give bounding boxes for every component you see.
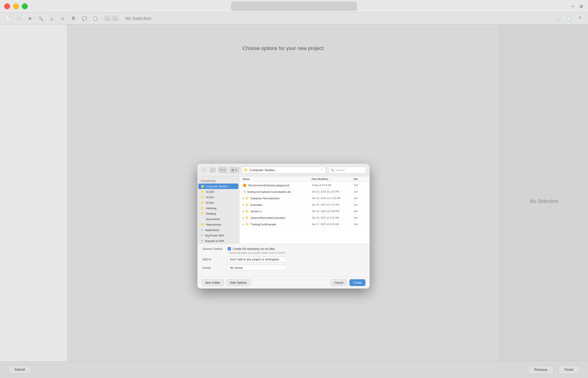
sidebar-item-repositories[interactable]: 📁 Repositories: [198, 222, 238, 227]
sidebar-item-ics4u[interactable]: 📁 ICS4U: [198, 200, 238, 205]
col-date-header: Date Modified ↓: [312, 178, 354, 181]
location-stepper: ⌃: [321, 168, 324, 172]
file-row-trading-card[interactable]: ▶ 📁 TradingCardExample Jan 17, 2023 at 9…: [240, 221, 370, 228]
warning-icon[interactable]: △: [48, 15, 55, 22]
grid-view-btn[interactable]: ⊞ ▼: [230, 167, 239, 173]
sc-checkbox[interactable]: ✓: [228, 247, 231, 251]
file-name-examples: Examples: [251, 203, 312, 206]
bubble-icon[interactable]: 💬: [81, 15, 88, 22]
list-icon: ≡: [220, 168, 222, 172]
history-icon[interactable]: 🕐: [565, 15, 573, 22]
file-date2-db: Jan: [354, 190, 366, 193]
sidebar-label-ics4u: ICS4U: [206, 201, 214, 204]
dialog-search[interactable]: 🔍 Search: [328, 166, 366, 173]
file-name-db-norm: Database Normalization: [251, 197, 312, 200]
main-content: Choose options for your new project: ‹ ›…: [0, 24, 588, 378]
file-date2-playground: Tod: [354, 184, 366, 187]
sidebar-label-documents: Documents: [206, 217, 220, 220]
titlebar: ＋ ⊞: [0, 0, 588, 13]
col-name-header: Name: [243, 178, 312, 181]
expand-arrow-db-norm: ▶: [243, 197, 244, 199]
add-icon[interactable]: ＋: [570, 4, 575, 9]
sidebar-label-advising: Advising: [206, 206, 216, 210]
close-button[interactable]: [4, 3, 10, 9]
sidebar-item-desktop[interactable]: 📁 Desktop: [198, 211, 238, 216]
add-to-dropdown[interactable]: Don't add to any project or workspace ⌃⌄: [228, 256, 286, 262]
file-row-playground[interactable]: 🟠 StructuresAndClasses.playground Today …: [240, 182, 370, 189]
file-icon[interactable]: 📄: [4, 15, 12, 22]
dialog-forward-btn[interactable]: ›: [210, 167, 216, 172]
file-row-section2[interactable]: ▶ 📁 Section 2 Jan 20, 2023 at 2:08 PM Ja…: [240, 208, 370, 215]
doc-icon[interactable]: 📋: [92, 15, 99, 22]
list-arrow: ▼: [223, 169, 225, 171]
folder-icon-ics2o: 📁: [201, 190, 204, 193]
file-row-area-calc[interactable]: ▶ 📁 AreaAndPerimeterCalculator Jan 19, 2…: [240, 215, 370, 221]
finish-button[interactable]: Finish: [558, 366, 580, 374]
folder-icon-computer-studies: 📁: [201, 185, 204, 188]
right-no-selection: No Selection: [530, 198, 558, 204]
sidebar-item-keynote-pdf[interactable]: ✦ Keynote to PDF: [198, 238, 238, 243]
link-icon[interactable]: ⛓: [70, 15, 77, 22]
sidebar-item-computer-studies[interactable]: 📁 Computer Studies: [198, 184, 238, 189]
nav-back-btn[interactable]: ‹: [104, 16, 110, 21]
sidebar-item-gig-poster[interactable]: ✦ Gig Poster 50%: [198, 233, 238, 238]
sc-checkbox-container: ✓ Create Git repository on my Mac: [228, 247, 275, 251]
sidebar-label-ics2o: ICS2O: [206, 190, 214, 193]
expand-arrow-examples: ▶: [243, 203, 244, 206]
sidebar-label-gig-poster: Gig Poster 50%: [205, 234, 224, 237]
folder-icon-advising: 📁: [201, 206, 204, 210]
sidebar-item-documents[interactable]: 📄 Documents: [198, 216, 238, 222]
titlebar-right-controls: ＋ ⊞: [570, 4, 584, 9]
file-row-db-norm[interactable]: ▶ 📁 Database Normalization Jan 23, 2023 …: [240, 195, 370, 202]
cancel-button[interactable]: Cancel: [331, 279, 347, 286]
crop-icon[interactable]: ⊕: [26, 15, 34, 22]
location-picker[interactable]: 📁 Computer Studies ⌃: [241, 166, 326, 173]
dialog-back-btn[interactable]: ‹: [201, 167, 207, 172]
group-dropdown-arrow: ⌃⌄: [282, 265, 284, 270]
bottom-cancel-button[interactable]: Cancel: [8, 365, 31, 374]
main-search-bar[interactable]: [231, 2, 357, 11]
file-name-section2: Section 2: [251, 210, 312, 213]
file-row-examples[interactable]: ▶ 📁 Examples Jan 22, 2023 at 1:07 PM Jan: [240, 202, 370, 208]
fullscreen-button[interactable]: [22, 3, 28, 9]
file-date2-examples: Jan: [354, 203, 366, 206]
previous-button[interactable]: Previous: [528, 366, 553, 374]
toolbar: 📄 ⬚ ⊕ 🔍 △ ◇ ⛓ 💬 📋 ‹ › No Selection ⬜ 🕐 ?: [0, 13, 588, 24]
file-row-db[interactable]: 🗃 testing-normalized-musicalsatlcs.db Ja…: [240, 189, 370, 195]
sidebar-item-ics2o[interactable]: 📁 ICS2O: [198, 189, 238, 194]
sc-label: Source Control:: [202, 247, 228, 251]
sidebar-item-advising[interactable]: 📁 Advising: [198, 205, 238, 211]
db-icon: 🗃: [243, 190, 246, 193]
file-name-trading-card: TradingCardExample: [251, 223, 312, 226]
group-label: Group:: [202, 266, 228, 270]
create-button[interactable]: Create: [349, 279, 365, 286]
sc-checkbox-row: Source Control: ✓ Create Git repository …: [202, 247, 365, 251]
bottom-bar: Cancel Previous Finish: [0, 361, 588, 378]
file-date-section2: Jan 20, 2023 at 2:08 PM: [312, 210, 354, 213]
folder-icon-ics4u: 📁: [201, 201, 204, 204]
help-icon[interactable]: ?: [576, 15, 584, 22]
file-date-examples: Jan 22, 2023 at 1:07 PM: [312, 203, 354, 206]
col-date2-header: Dat: [354, 178, 366, 181]
sidebar-toggle-icon[interactable]: ⬜: [554, 15, 562, 22]
diamond-icon[interactable]: ◇: [59, 15, 66, 22]
grid-icon[interactable]: ⊞: [579, 4, 584, 9]
layers-icon[interactable]: ⬚: [15, 15, 23, 22]
minimize-button[interactable]: [13, 3, 19, 9]
nav-forward-btn[interactable]: ›: [112, 16, 119, 21]
file-date2-trading-card: Jan: [354, 223, 366, 226]
sidebar-item-ics3u[interactable]: 📁 ICS3U: [198, 194, 238, 200]
group-dropdown[interactable]: No Group ⌃⌄: [228, 265, 286, 271]
left-sidebar: [0, 24, 67, 378]
sidebar-item-applications[interactable]: ✦ Applications: [198, 227, 238, 233]
file-date-trading-card: Jan 17, 2023 at 9:43 AM: [312, 223, 354, 226]
app-icon-gig-poster: ✦: [201, 234, 203, 237]
grid-view-icon: ⊞: [232, 168, 234, 172]
sc-sublabel: Xcode will place your project under sour…: [229, 251, 365, 254]
folder-icon-area-calc: 📁: [245, 216, 249, 219]
list-view-btn[interactable]: ≡ ▼: [218, 167, 227, 173]
doc-icon-documents: 📄: [201, 217, 204, 221]
search-icon[interactable]: 🔍: [37, 15, 44, 22]
hide-options-button[interactable]: Hide Options: [226, 279, 251, 286]
new-folder-button[interactable]: New Folder: [201, 279, 224, 286]
